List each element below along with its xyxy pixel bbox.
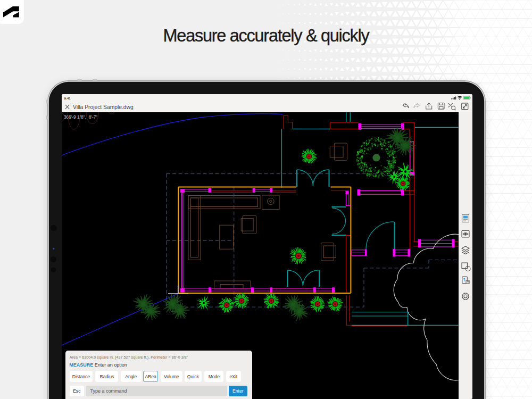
svg-text:366'-9 1/8", 8'-7": 366'-9 1/8", 8'-7" [64, 114, 98, 120]
svg-text:9:41: 9:41 [64, 96, 71, 100]
svg-text:Villa Project Sample.dwg: Villa Project Sample.dwg [73, 104, 134, 110]
